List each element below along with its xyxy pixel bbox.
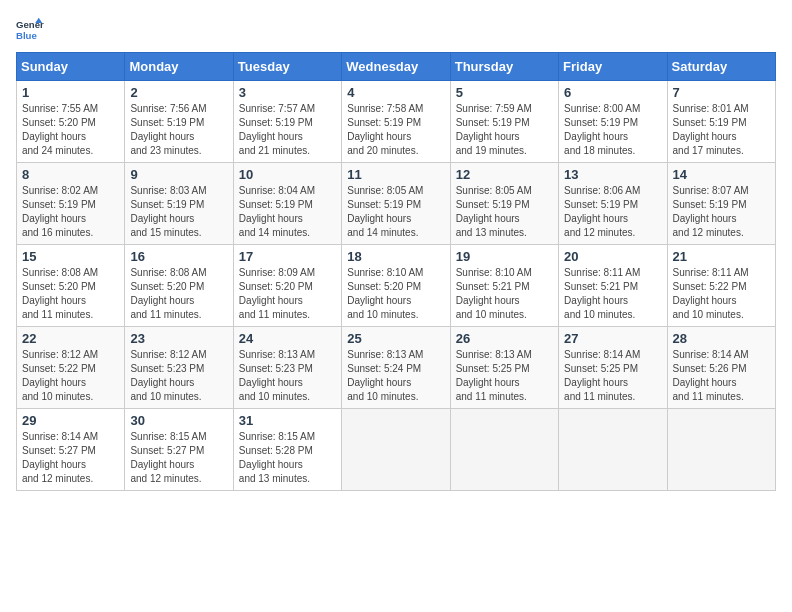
page-header: General Blue (16, 16, 776, 44)
day-number: 3 (239, 85, 336, 100)
calendar-cell: 3 Sunrise: 7:57 AMSunset: 5:19 PMDayligh… (233, 81, 341, 163)
day-number: 13 (564, 167, 661, 182)
day-info: Sunrise: 8:02 AMSunset: 5:19 PMDaylight … (22, 185, 98, 238)
calendar-cell: 20 Sunrise: 8:11 AMSunset: 5:21 PMDaylig… (559, 245, 667, 327)
day-number: 25 (347, 331, 444, 346)
day-header-friday: Friday (559, 53, 667, 81)
calendar-cell: 14 Sunrise: 8:07 AMSunset: 5:19 PMDaylig… (667, 163, 775, 245)
day-number: 10 (239, 167, 336, 182)
day-info: Sunrise: 8:08 AMSunset: 5:20 PMDaylight … (130, 267, 206, 320)
calendar-cell: 22 Sunrise: 8:12 AMSunset: 5:22 PMDaylig… (17, 327, 125, 409)
day-info: Sunrise: 7:59 AMSunset: 5:19 PMDaylight … (456, 103, 532, 156)
calendar-cell: 27 Sunrise: 8:14 AMSunset: 5:25 PMDaylig… (559, 327, 667, 409)
calendar-week-2: 8 Sunrise: 8:02 AMSunset: 5:19 PMDayligh… (17, 163, 776, 245)
day-number: 20 (564, 249, 661, 264)
day-number: 16 (130, 249, 227, 264)
calendar-week-5: 29 Sunrise: 8:14 AMSunset: 5:27 PMDaylig… (17, 409, 776, 491)
day-number: 28 (673, 331, 770, 346)
day-number: 26 (456, 331, 553, 346)
calendar-cell: 18 Sunrise: 8:10 AMSunset: 5:20 PMDaylig… (342, 245, 450, 327)
calendar-cell: 8 Sunrise: 8:02 AMSunset: 5:19 PMDayligh… (17, 163, 125, 245)
day-info: Sunrise: 8:14 AMSunset: 5:25 PMDaylight … (564, 349, 640, 402)
day-number: 14 (673, 167, 770, 182)
calendar-cell: 4 Sunrise: 7:58 AMSunset: 5:19 PMDayligh… (342, 81, 450, 163)
calendar-cell: 16 Sunrise: 8:08 AMSunset: 5:20 PMDaylig… (125, 245, 233, 327)
day-info: Sunrise: 8:15 AMSunset: 5:28 PMDaylight … (239, 431, 315, 484)
day-header-saturday: Saturday (667, 53, 775, 81)
calendar-cell: 23 Sunrise: 8:12 AMSunset: 5:23 PMDaylig… (125, 327, 233, 409)
calendar-cell: 28 Sunrise: 8:14 AMSunset: 5:26 PMDaylig… (667, 327, 775, 409)
calendar-cell: 12 Sunrise: 8:05 AMSunset: 5:19 PMDaylig… (450, 163, 558, 245)
day-info: Sunrise: 8:13 AMSunset: 5:25 PMDaylight … (456, 349, 532, 402)
day-number: 24 (239, 331, 336, 346)
calendar-cell: 7 Sunrise: 8:01 AMSunset: 5:19 PMDayligh… (667, 81, 775, 163)
day-number: 29 (22, 413, 119, 428)
svg-text:Blue: Blue (16, 30, 37, 41)
calendar-cell: 6 Sunrise: 8:00 AMSunset: 5:19 PMDayligh… (559, 81, 667, 163)
day-number: 1 (22, 85, 119, 100)
day-info: Sunrise: 7:58 AMSunset: 5:19 PMDaylight … (347, 103, 423, 156)
day-number: 18 (347, 249, 444, 264)
calendar-cell (450, 409, 558, 491)
day-number: 7 (673, 85, 770, 100)
calendar-cell: 5 Sunrise: 7:59 AMSunset: 5:19 PMDayligh… (450, 81, 558, 163)
calendar-week-3: 15 Sunrise: 8:08 AMSunset: 5:20 PMDaylig… (17, 245, 776, 327)
day-info: Sunrise: 8:03 AMSunset: 5:19 PMDaylight … (130, 185, 206, 238)
day-info: Sunrise: 8:00 AMSunset: 5:19 PMDaylight … (564, 103, 640, 156)
day-info: Sunrise: 7:55 AMSunset: 5:20 PMDaylight … (22, 103, 98, 156)
day-header-monday: Monday (125, 53, 233, 81)
day-info: Sunrise: 8:15 AMSunset: 5:27 PMDaylight … (130, 431, 206, 484)
day-number: 19 (456, 249, 553, 264)
day-number: 5 (456, 85, 553, 100)
calendar-week-4: 22 Sunrise: 8:12 AMSunset: 5:22 PMDaylig… (17, 327, 776, 409)
calendar-cell: 9 Sunrise: 8:03 AMSunset: 5:19 PMDayligh… (125, 163, 233, 245)
calendar-cell (342, 409, 450, 491)
day-info: Sunrise: 8:12 AMSunset: 5:22 PMDaylight … (22, 349, 98, 402)
calendar-cell: 17 Sunrise: 8:09 AMSunset: 5:20 PMDaylig… (233, 245, 341, 327)
day-info: Sunrise: 8:14 AMSunset: 5:27 PMDaylight … (22, 431, 98, 484)
calendar-cell: 24 Sunrise: 8:13 AMSunset: 5:23 PMDaylig… (233, 327, 341, 409)
day-info: Sunrise: 8:05 AMSunset: 5:19 PMDaylight … (456, 185, 532, 238)
day-number: 4 (347, 85, 444, 100)
calendar-cell: 10 Sunrise: 8:04 AMSunset: 5:19 PMDaylig… (233, 163, 341, 245)
day-number: 6 (564, 85, 661, 100)
calendar-cell: 25 Sunrise: 8:13 AMSunset: 5:24 PMDaylig… (342, 327, 450, 409)
day-number: 11 (347, 167, 444, 182)
day-info: Sunrise: 8:14 AMSunset: 5:26 PMDaylight … (673, 349, 749, 402)
day-info: Sunrise: 8:01 AMSunset: 5:19 PMDaylight … (673, 103, 749, 156)
day-info: Sunrise: 8:07 AMSunset: 5:19 PMDaylight … (673, 185, 749, 238)
day-header-thursday: Thursday (450, 53, 558, 81)
day-number: 17 (239, 249, 336, 264)
calendar-cell: 29 Sunrise: 8:14 AMSunset: 5:27 PMDaylig… (17, 409, 125, 491)
calendar-cell: 11 Sunrise: 8:05 AMSunset: 5:19 PMDaylig… (342, 163, 450, 245)
day-number: 21 (673, 249, 770, 264)
calendar-cell: 13 Sunrise: 8:06 AMSunset: 5:19 PMDaylig… (559, 163, 667, 245)
calendar-week-1: 1 Sunrise: 7:55 AMSunset: 5:20 PMDayligh… (17, 81, 776, 163)
day-info: Sunrise: 8:13 AMSunset: 5:24 PMDaylight … (347, 349, 423, 402)
day-info: Sunrise: 8:11 AMSunset: 5:21 PMDaylight … (564, 267, 640, 320)
calendar-cell: 15 Sunrise: 8:08 AMSunset: 5:20 PMDaylig… (17, 245, 125, 327)
day-number: 15 (22, 249, 119, 264)
calendar-header-row: SundayMondayTuesdayWednesdayThursdayFrid… (17, 53, 776, 81)
day-info: Sunrise: 8:11 AMSunset: 5:22 PMDaylight … (673, 267, 749, 320)
day-number: 8 (22, 167, 119, 182)
day-info: Sunrise: 8:05 AMSunset: 5:19 PMDaylight … (347, 185, 423, 238)
day-number: 22 (22, 331, 119, 346)
day-info: Sunrise: 8:12 AMSunset: 5:23 PMDaylight … (130, 349, 206, 402)
day-number: 23 (130, 331, 227, 346)
logo: General Blue (16, 16, 44, 44)
day-info: Sunrise: 8:06 AMSunset: 5:19 PMDaylight … (564, 185, 640, 238)
day-info: Sunrise: 8:09 AMSunset: 5:20 PMDaylight … (239, 267, 315, 320)
day-info: Sunrise: 8:10 AMSunset: 5:21 PMDaylight … (456, 267, 532, 320)
calendar-cell: 30 Sunrise: 8:15 AMSunset: 5:27 PMDaylig… (125, 409, 233, 491)
calendar-cell: 21 Sunrise: 8:11 AMSunset: 5:22 PMDaylig… (667, 245, 775, 327)
day-header-tuesday: Tuesday (233, 53, 341, 81)
day-number: 30 (130, 413, 227, 428)
day-info: Sunrise: 8:10 AMSunset: 5:20 PMDaylight … (347, 267, 423, 320)
day-info: Sunrise: 8:08 AMSunset: 5:20 PMDaylight … (22, 267, 98, 320)
logo-icon: General Blue (16, 16, 44, 44)
calendar-cell (667, 409, 775, 491)
day-info: Sunrise: 8:13 AMSunset: 5:23 PMDaylight … (239, 349, 315, 402)
day-number: 31 (239, 413, 336, 428)
day-number: 12 (456, 167, 553, 182)
